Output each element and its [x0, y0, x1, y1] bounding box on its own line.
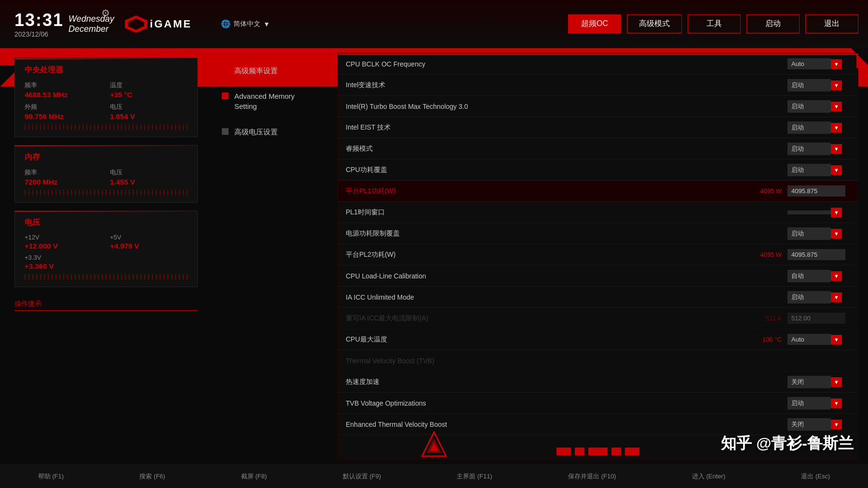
sidebar: 中央处理器 频率 4688.53 MHz 温度 +35 °C 外频 99.756…	[0, 48, 212, 464]
setting-dropdown-13[interactable]: Auto	[787, 334, 831, 345]
footer-item-2[interactable]: 截屏 (F8)	[241, 472, 267, 481]
setting-row-15[interactable]: 热速度加速 关闭 ▼	[338, 371, 858, 393]
igame-logo-icon	[124, 14, 148, 34]
setting-dropdown-16[interactable]: 启动	[787, 397, 831, 409]
setting-dropdown-10[interactable]: 自动	[787, 270, 831, 282]
setting-control-2[interactable]: 启动 ▼	[787, 100, 850, 113]
setting-row-16[interactable]: TVB Voltage Optimizations 启动 ▼	[338, 393, 858, 414]
setting-dropdown-11[interactable]: 启动	[787, 291, 831, 303]
setting-name-17: Enhanced Thermal Velocity Boost	[346, 421, 787, 428]
voltage-stats-card: 电压 +12V +12.000 V +5V +4.979 V +3.3V +3.…	[14, 211, 198, 287]
setting-row-12[interactable]: 重写IA ICC最大电流限制(A) 511 A 512.00	[338, 308, 858, 329]
cpu-temp-value: +35 °C	[110, 91, 188, 99]
setting-dropdown-value-5: 启动	[791, 166, 804, 173]
language-selector[interactable]: 🌐 简体中文 ▼	[221, 19, 270, 28]
setting-control-3[interactable]: 启动 ▼	[787, 121, 850, 134]
footer-item-5[interactable]: 保存并退出 (F10)	[568, 472, 616, 481]
setting-value-box-6[interactable]: 4095.875	[787, 185, 845, 197]
menu-dot-voltage	[222, 128, 229, 135]
setting-control-17[interactable]: 关闭 ▼	[787, 418, 850, 431]
setting-dropdown-arrow-17[interactable]: ▼	[831, 420, 842, 429]
setting-row-17[interactable]: Enhanced Thermal Velocity Boost 关闭 ▼	[338, 414, 858, 435]
setting-dropdown-value-2: 启动	[791, 103, 804, 110]
footer-key-6: 进入 (Enter)	[692, 473, 725, 480]
setting-control-15[interactable]: 关闭 ▼	[787, 376, 850, 388]
footer-item-6[interactable]: 进入 (Enter)	[692, 472, 725, 481]
setting-control-7[interactable]: ▼	[787, 208, 850, 217]
setting-dropdown-arrow-11[interactable]: ▼	[831, 292, 842, 302]
setting-control-10[interactable]: 自动 ▼	[787, 270, 850, 282]
setting-dropdown-3[interactable]: 启动	[787, 121, 831, 134]
footer-item-0[interactable]: 帮助 (F1)	[38, 472, 64, 481]
setting-dropdown-2[interactable]: 启动	[787, 100, 831, 113]
setting-row-7[interactable]: PL1时间窗口 ▼	[338, 202, 858, 223]
nav-exit-button[interactable]: 退出	[805, 14, 858, 33]
setting-dropdown-arrow-10[interactable]: ▼	[831, 271, 842, 281]
setting-dropdown-5[interactable]: 启动	[787, 164, 831, 176]
setting-dropdown-0[interactable]: Auto	[787, 58, 831, 69]
setting-control-5[interactable]: 启动 ▼	[787, 164, 850, 176]
setting-row-10[interactable]: CPU Load-Line Calibration 自动 ▼	[338, 265, 858, 287]
setting-dropdown-17[interactable]: 关闭	[787, 418, 831, 431]
setting-unit-9: 4095 W	[748, 251, 782, 258]
setting-row-11[interactable]: IA ICC Unlimited Mode 启动 ▼	[338, 287, 858, 308]
setting-dropdown-value-15: 关闭	[791, 378, 804, 385]
bottom-triangle-logo	[420, 430, 448, 461]
setting-control-12: 512.00	[787, 313, 850, 324]
setting-control-8[interactable]: 启动 ▼	[787, 227, 850, 240]
setting-dropdown-value-8: 启动	[791, 230, 804, 237]
setting-dropdown-arrow-2[interactable]: ▼	[831, 102, 842, 111]
setting-row-13[interactable]: CPU最大温度 100 °C Auto ▼	[338, 329, 858, 350]
setting-dropdown-arrow-5[interactable]: ▼	[831, 165, 842, 175]
setting-value-box-9[interactable]: 4095.875	[787, 249, 845, 260]
setting-dropdown-arrow-1[interactable]: ▼	[831, 80, 842, 90]
setting-value-box-12[interactable]: 512.00	[787, 313, 845, 324]
setting-control-0[interactable]: Auto ▼	[787, 58, 850, 69]
setting-control-13[interactable]: Auto ▼	[787, 334, 850, 345]
setting-dropdown-4[interactable]: 启动	[787, 143, 831, 155]
nav-advanced-button[interactable]: 高级模式	[627, 14, 682, 33]
setting-dropdown-arrow-7[interactable]: ▼	[831, 208, 842, 217]
setting-control-1[interactable]: 启动 ▼	[787, 79, 850, 92]
menu-item-voltage-settings[interactable]: 高级电压设置	[217, 119, 323, 145]
setting-row-4[interactable]: 睿频模式 启动 ▼	[338, 138, 858, 159]
setting-row-8[interactable]: 电源功耗限制覆盖 启动 ▼	[338, 223, 858, 244]
setting-control-16[interactable]: 启动 ▼	[787, 397, 850, 409]
setting-dropdown-arrow-8[interactable]: ▼	[831, 229, 842, 238]
setting-row-6[interactable]: 平台PL1功耗(W) 4095 W 4095.875	[338, 181, 858, 202]
setting-dropdown-7[interactable]	[787, 211, 831, 214]
setting-row-5[interactable]: CPU功耗覆盖 启动 ▼	[338, 159, 858, 181]
setting-dropdown-8[interactable]: 启动	[787, 227, 831, 240]
footer-item-7[interactable]: 退出 (Esc)	[801, 472, 830, 481]
header-navigation: 超频OC 高级模式 工具 启动 退出	[568, 14, 858, 33]
menu-item-memory-settings[interactable]: Advanced Memory Setting	[217, 83, 323, 119]
setting-dropdown-arrow-4[interactable]: ▼	[831, 144, 842, 154]
setting-control-4[interactable]: 启动 ▼	[787, 143, 850, 155]
setting-row-0[interactable]: CPU BCLK OC Frequency Auto ▼	[338, 53, 858, 75]
setting-row-3[interactable]: Intel EIST 技术 启动 ▼	[338, 117, 858, 138]
setting-row-9[interactable]: 平台PL2功耗(W) 4095 W 4095.875	[338, 244, 858, 265]
setting-row-1[interactable]: Intel变速技术 启动 ▼	[338, 75, 858, 96]
setting-unit-13: 100 °C	[748, 336, 782, 343]
footer-item-1[interactable]: 搜索 (F6)	[139, 472, 165, 481]
setting-row-2[interactable]: Intel(R) Turbo Boost Max Technology 3.0 …	[338, 96, 858, 117]
footer-item-4[interactable]: 主界面 (F11)	[457, 472, 492, 481]
setting-dropdown-arrow-0[interactable]: ▼	[831, 59, 842, 69]
setting-dropdown-arrow-15[interactable]: ▼	[831, 377, 842, 387]
setting-name-14: Thermal Velocity Boost (TVB)	[346, 357, 787, 365]
footer-item-3[interactable]: 默认设置 (F9)	[343, 472, 381, 481]
setting-dropdown-arrow-16[interactable]: ▼	[831, 398, 842, 408]
mem-freq-value: 7200 MHz	[25, 178, 102, 186]
setting-control-11[interactable]: 启动 ▼	[787, 291, 850, 303]
deco-seg-4	[611, 448, 621, 455]
setting-dropdown-arrow-13[interactable]: ▼	[831, 335, 842, 344]
setting-dropdown-1[interactable]: 启动	[787, 79, 831, 92]
nav-tools-button[interactable]: 工具	[688, 14, 741, 33]
mem-freq-label: 频率	[25, 168, 102, 177]
menu-item-freq-settings[interactable]: 高级频率设置	[217, 58, 323, 83]
setting-dropdown-15[interactable]: 关闭	[787, 376, 831, 388]
nav-oc-button[interactable]: 超频OC	[568, 14, 621, 33]
nav-boot-button[interactable]: 启动	[746, 14, 800, 33]
settings-gear-icon[interactable]: ⚙	[101, 7, 110, 19]
setting-dropdown-arrow-3[interactable]: ▼	[831, 123, 842, 132]
